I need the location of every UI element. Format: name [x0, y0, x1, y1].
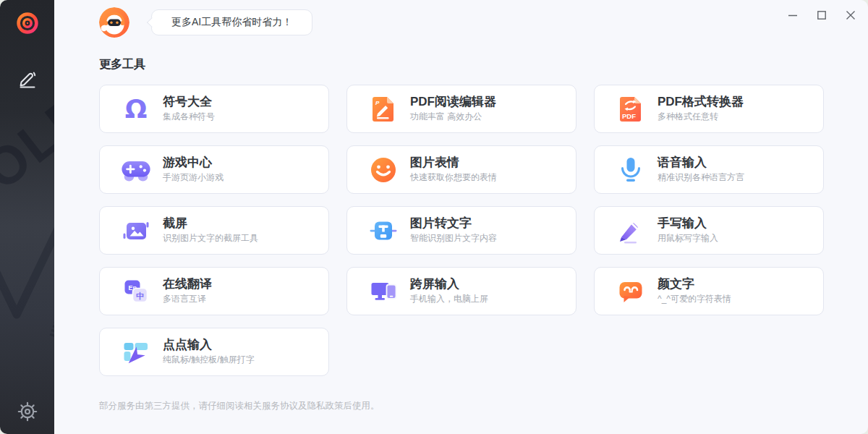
minimize-button[interactable] — [786, 8, 800, 22]
tool-card-game-center[interactable]: 游戏中心 手游页游小游戏 — [99, 145, 329, 194]
sidebar: OLD — [0, 0, 54, 434]
tool-subtitle: 多语言互译 — [163, 293, 212, 305]
image-to-text-icon — [367, 216, 399, 246]
pdf-convert-icon: PDF — [615, 94, 647, 124]
tool-card-screenshot[interactable]: 截屏 识别图片文字的截屏工具 — [99, 206, 329, 255]
kaomoji-icon — [615, 276, 647, 307]
tool-subtitle: 功能丰富 高效办公 — [410, 111, 496, 123]
handwriting-pen-icon — [615, 216, 647, 246]
tool-title: 截屏 — [163, 216, 258, 231]
tool-subtitle: 精准识别各种语言方言 — [658, 171, 744, 184]
svg-text:PDF: PDF — [622, 112, 636, 120]
svg-text:中: 中 — [136, 292, 144, 300]
omega-icon: Ω — [120, 94, 152, 124]
pen-icon[interactable] — [17, 67, 38, 88]
app-window: OLD — [0, 0, 868, 434]
tool-title: 跨屏输入 — [410, 277, 488, 292]
tool-subtitle: 手机输入，电脑上屏 — [410, 293, 488, 305]
tool-title: PDF格式转换器 — [658, 95, 744, 109]
tool-subtitle: 智能识别图片文字内容 — [410, 232, 497, 244]
tool-subtitle: 用鼠标写字输入 — [658, 232, 718, 244]
tool-card-symbols[interactable]: Ω 符号大全 集成各种符号 — [99, 85, 329, 133]
tool-title: 图片转文字 — [410, 216, 497, 231]
tool-title: 在线翻译 — [163, 277, 212, 292]
close-button[interactable] — [843, 8, 858, 22]
tool-title: 手写输入 — [658, 216, 718, 231]
tool-card-kaomoji[interactable]: 颜文字 ^_^可爱的字符表情 — [594, 267, 824, 315]
tool-title: 符号大全 — [163, 95, 215, 109]
robot-mascot-avatar[interactable] — [99, 7, 129, 38]
sidebar-watermark: OLD — [0, 80, 54, 202]
click-input-icon — [120, 337, 152, 367]
tool-subtitle: 快速获取你想要的表情 — [410, 171, 497, 184]
translate-icon: En 中 — [120, 276, 152, 307]
tool-card-click-input[interactable]: 点点输入 纯鼠标/触控板/触屏打字 — [99, 328, 329, 376]
tool-subtitle: ^_^可爱的字符表情 — [658, 293, 731, 305]
tools-grid: Ω 符号大全 集成各种符号 P — [99, 85, 826, 376]
tool-title: 颜文字 — [658, 277, 731, 292]
tool-title: 游戏中心 — [163, 156, 224, 170]
watermark-chevron — [0, 217, 54, 343]
gamepad-icon — [120, 155, 152, 185]
tool-subtitle: 多种格式任意转 — [658, 111, 744, 123]
tool-title: PDF阅读编辑器 — [410, 95, 496, 109]
main-panel: 更多AI工具帮你省时省力！ 更多工具 Ω 符号大全 集成各种符号 — [54, 0, 868, 434]
tool-title: 图片表情 — [410, 156, 497, 170]
tool-card-handwriting-input[interactable]: 手写输入 用鼠标写字输入 — [594, 206, 824, 255]
target-logo-icon[interactable] — [14, 10, 41, 36]
assistant-header: 更多AI工具帮你省时省力！ — [99, 7, 826, 38]
microphone-icon — [615, 155, 647, 185]
tool-card-pdf-editor[interactable]: P PDF阅读编辑器 功能丰富 高效办公 — [346, 85, 576, 133]
tool-card-cross-screen-input[interactable]: 跨屏输入 手机输入，电脑上屏 — [346, 267, 576, 315]
tool-card-image-to-text[interactable]: 图片转文字 智能识别图片文字内容 — [346, 206, 576, 255]
assistant-speech-bubble: 更多AI工具帮你省时省力！ — [151, 9, 312, 35]
tool-card-pdf-converter[interactable]: PDF PDF格式转换器 多种格式任意转 — [594, 85, 824, 133]
smiley-icon — [367, 155, 399, 185]
cross-screen-icon — [367, 276, 399, 307]
tool-card-image-emoji[interactable]: 图片表情 快速获取你想要的表情 — [346, 145, 576, 194]
gear-icon[interactable] — [17, 401, 38, 422]
tool-title: 语音输入 — [658, 156, 744, 170]
page-title: 更多工具 — [99, 57, 826, 72]
svg-text:P: P — [375, 99, 380, 106]
maximize-button[interactable] — [814, 8, 829, 22]
tool-subtitle: 集成各种符号 — [163, 111, 215, 123]
tool-subtitle: 识别图片文字的截屏工具 — [163, 232, 258, 244]
screenshot-icon — [120, 216, 152, 246]
tool-title: 点点输入 — [163, 338, 255, 352]
pdf-edit-icon: P — [367, 94, 399, 124]
tool-subtitle: 手游页游小游戏 — [163, 171, 224, 184]
tool-subtitle: 纯鼠标/触控板/触屏打字 — [163, 354, 255, 366]
third-party-disclaimer: 部分服务由第三方提供，请仔细阅读相关服务协议及隐私政策后使用。 — [99, 400, 826, 412]
tool-card-online-translate[interactable]: En 中 在线翻译 多语言互译 — [99, 267, 329, 315]
window-controls — [786, 8, 858, 22]
tool-card-voice-input[interactable]: 语音输入 精准识别各种语言方言 — [594, 145, 824, 194]
